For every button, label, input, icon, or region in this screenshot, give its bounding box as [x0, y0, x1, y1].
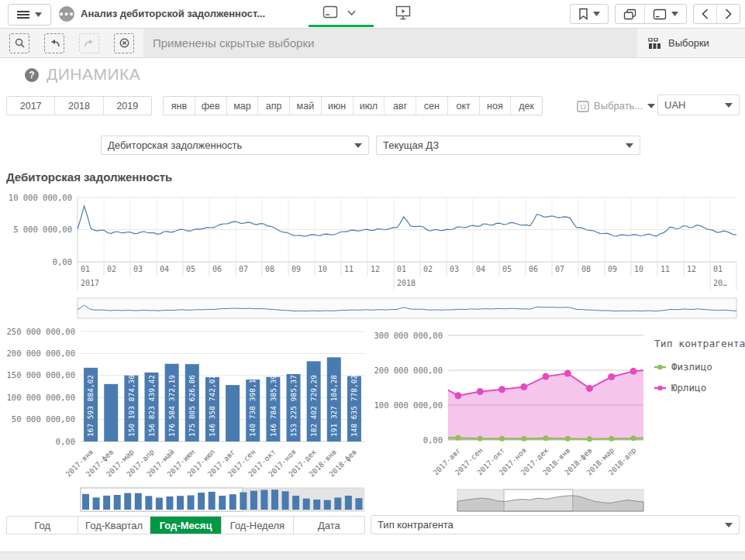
svg-text:167 593 884,02: 167 593 884,02 — [86, 375, 95, 437]
next-sheet-button[interactable] — [716, 5, 740, 23]
svg-text:175 805 626,86: 175 805 626,86 — [188, 375, 196, 437]
dot-Юрлицо-2018-янв[interactable] — [564, 370, 571, 377]
receivables-line-chart[interactable]: 10 000 000,005 000 000,000,0001020304050… — [6, 186, 739, 319]
bookmarks-button[interactable] — [571, 5, 608, 23]
dot-Юрлицо-2018-мар[interactable] — [608, 373, 615, 380]
svg-text:02: 02 — [107, 265, 116, 273]
dot-Физлицо-2017-ноя[interactable] — [521, 436, 526, 441]
area-chart-svg: 300 000 000,00200 000 000,00100 000 000,… — [371, 325, 745, 514]
dot-Юрлицо-2018-апр[interactable] — [630, 368, 637, 375]
dimension-select[interactable]: Тип контрагента — [371, 515, 740, 534]
svg-text:12: 12 — [687, 265, 696, 273]
duplicate-sheet-button[interactable] — [616, 5, 644, 23]
svg-text:02: 02 — [423, 265, 433, 273]
month-filter-июн[interactable]: июн — [321, 97, 353, 115]
counterparty-area-chart[interactable]: 300 000 000,00200 000 000,00100 000 000,… — [371, 325, 745, 514]
dot-Физлицо-2018-мар[interactable] — [609, 436, 614, 441]
undo-selection-button[interactable] — [44, 33, 64, 53]
selections-toolbar: Применены скрытые выборки Выборки — [0, 29, 745, 58]
year-filter-2017[interactable]: 2017 — [7, 97, 54, 115]
year-filter-2019[interactable]: 2019 — [103, 97, 151, 115]
receivables-bar-chart[interactable]: 250 000 000,00200 000 000,00150 000 000,… — [6, 325, 364, 514]
redo-selection-button[interactable] — [79, 33, 99, 53]
svg-text:150 000 000,00: 150 000 000,00 — [6, 370, 75, 380]
month-filter-май[interactable]: май — [289, 97, 321, 115]
dot-Физлицо-2018-фев[interactable] — [587, 436, 592, 441]
svg-text:10: 10 — [318, 265, 327, 273]
sheets-dropdown-button[interactable] — [644, 5, 686, 23]
app-window: ●●● Анализ дебиторской задолженност... — [0, 0, 745, 560]
app-logo: ●●● — [59, 6, 74, 22]
dot-Физлицо-2017-сен[interactable] — [478, 436, 483, 441]
month-filter-авг[interactable]: авг — [384, 97, 416, 115]
period-tabs: ГодГод-КварталГод-МесяцГод-НеделяДата — [6, 516, 365, 534]
year-filter-2018[interactable]: 2018 — [54, 97, 102, 115]
dot-Физлицо-2018-апр[interactable] — [631, 435, 636, 441]
svg-text:191 327 104,28: 191 327 104,28 — [329, 375, 338, 437]
svg-text:11: 11 — [660, 265, 670, 273]
help-icon[interactable]: ? — [25, 68, 39, 82]
legend-item-Юрлицо[interactable]: Юрлицо — [671, 382, 706, 393]
period-tab-Год[interactable]: Год — [7, 517, 78, 534]
svg-text:182 402 729,29: 182 402 729,29 — [309, 375, 318, 437]
sheet-icon — [322, 5, 338, 19]
dot-Юрлицо-2017-дек[interactable] — [543, 373, 550, 380]
dot-Юрлицо-2017-окт[interactable] — [498, 386, 505, 393]
month-filter-сен[interactable]: сен — [416, 97, 447, 115]
svg-text:12: 12 — [579, 104, 586, 111]
currency-value: UAH — [664, 99, 685, 111]
svg-text:07: 07 — [239, 265, 248, 273]
month-filter-дек[interactable]: дек — [510, 97, 542, 115]
dot-Физлицо-2017-окт[interactable] — [499, 436, 505, 441]
svg-text:148 635 778,02: 148 635 778,02 — [350, 375, 358, 437]
dot-Юрлицо-2018-фев[interactable] — [586, 385, 593, 392]
month-filter-мар[interactable]: мар — [226, 97, 258, 115]
month-filter-апр[interactable]: апр — [257, 97, 289, 115]
dot-Физлицо-2017-дек[interactable] — [543, 435, 549, 441]
selections-tool-button[interactable]: Выборки — [637, 29, 745, 57]
bar-2017-фев[interactable] — [104, 384, 118, 441]
prev-sheet-button[interactable] — [694, 5, 716, 23]
svg-text:03: 03 — [450, 265, 459, 273]
month-filter-ноя[interactable]: ноя — [479, 97, 511, 115]
svg-text:20…: 20… — [713, 279, 727, 287]
svg-text:176 584 372,19: 176 584 372,19 — [167, 375, 176, 437]
dot-Физлицо-2018-янв[interactable] — [565, 436, 571, 441]
period-tab-Год-Квартал[interactable]: Год-Квартал — [78, 517, 149, 534]
month-filter-июл[interactable]: июл — [353, 97, 385, 115]
period-tab-Год-Месяц[interactable]: Год-Месяц — [150, 517, 221, 534]
dot-Юрлицо-2017-ноя[interactable] — [520, 383, 527, 390]
month-filter-окт[interactable]: окт — [447, 97, 479, 115]
month-filter-фев[interactable]: фев — [195, 97, 226, 115]
clear-selections-button[interactable] — [114, 33, 134, 53]
measure-select[interactable]: Дебиторская задолженность — [101, 136, 369, 155]
active-view-underline — [309, 25, 374, 27]
month-filter-янв[interactable]: янв — [164, 97, 195, 115]
hidden-selections-message: Применены скрытые выборки — [143, 29, 637, 57]
global-menu-button[interactable] — [8, 4, 51, 26]
bar-2017-авг[interactable] — [226, 385, 240, 441]
svg-text:07: 07 — [555, 265, 564, 273]
legend-item-Физлицо[interactable]: Физлицо — [671, 361, 712, 373]
svg-text:12: 12 — [371, 265, 380, 273]
bottom-strip — [0, 551, 745, 560]
duplicate-icon — [623, 9, 636, 20]
sheet-view-button[interactable] — [322, 5, 356, 19]
dot-Юрлицо-2017-авг[interactable] — [455, 392, 462, 399]
caret-down-icon — [725, 523, 733, 527]
period-tab-Год-Неделя[interactable]: Год-Неделя — [221, 517, 292, 534]
svg-text:300 000 000,00: 300 000 000,00 — [374, 331, 443, 340]
chevron-right-icon — [725, 9, 732, 19]
dot-Юрлицо-2017-сен[interactable] — [477, 388, 484, 395]
presentation-button[interactable] — [395, 5, 411, 23]
currency-select[interactable]: UAH — [657, 94, 740, 115]
dz-type-select-value: Текущая ДЗ — [383, 139, 439, 151]
smart-search-button[interactable] — [9, 33, 29, 53]
dot-Физлицо-2017-авг[interactable] — [456, 435, 461, 441]
dz-type-select[interactable]: Текущая ДЗ — [376, 136, 640, 155]
svg-text:10: 10 — [634, 265, 643, 273]
date-picker[interactable]: 12 Выбрать... — [577, 96, 655, 115]
period-tab-Дата[interactable]: Дата — [293, 517, 364, 534]
svg-text:150 193 874,30: 150 193 874,30 — [127, 375, 136, 437]
svg-text:2018: 2018 — [397, 279, 416, 287]
